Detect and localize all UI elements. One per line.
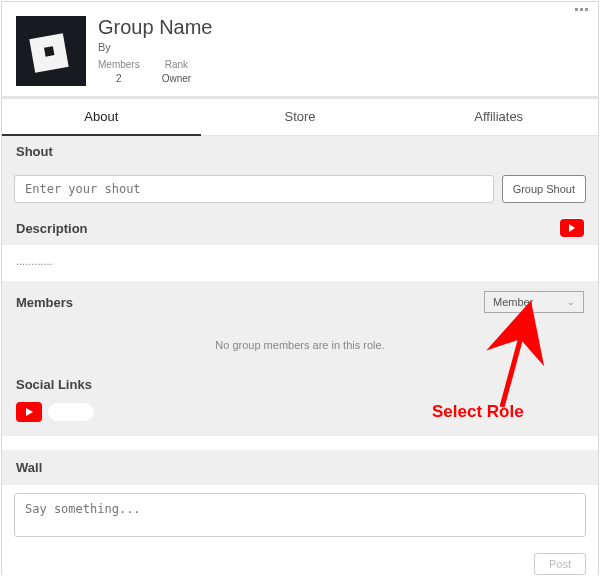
members-label: Members (98, 59, 140, 70)
tab-affiliates[interactable]: Affiliates (399, 99, 598, 135)
role-select-value: Member (493, 296, 533, 308)
rank-label: Rank (162, 59, 191, 70)
tab-store[interactable]: Store (201, 99, 400, 135)
social-links-section: Social Links (2, 371, 598, 436)
post-button[interactable]: Post (534, 553, 586, 575)
wall-title: Wall (16, 460, 584, 475)
members-title: Members (16, 295, 73, 310)
wall-input[interactable] (14, 493, 586, 537)
social-title: Social Links (16, 377, 584, 392)
group-stats: Members 2 Rank Owner (98, 59, 213, 84)
social-link-youtube[interactable] (16, 402, 94, 422)
group-title: Group Name (98, 16, 213, 39)
svg-rect-1 (44, 46, 54, 56)
shout-input[interactable] (14, 175, 494, 203)
members-empty-message: No group members are in this role. (2, 323, 598, 371)
shout-title: Shout (16, 144, 584, 159)
wall-section: Wall (2, 450, 598, 485)
youtube-icon[interactable] (560, 219, 584, 237)
shout-section: Shout (2, 136, 598, 167)
social-link-label (48, 403, 94, 421)
overflow-menu-icon[interactable] (575, 8, 588, 11)
members-header: Members Member ⌄ (2, 281, 598, 323)
description-title: Description (16, 221, 88, 236)
group-shout-button[interactable]: Group Shout (502, 175, 586, 203)
youtube-icon (16, 402, 42, 422)
group-logo (16, 16, 86, 86)
tab-about[interactable]: About (2, 99, 201, 136)
group-by-label: By (98, 41, 213, 53)
role-select-dropdown[interactable]: Member ⌄ (484, 291, 584, 313)
chevron-down-icon: ⌄ (567, 297, 575, 307)
tabs: About Store Affiliates (2, 99, 598, 136)
group-header: Group Name By Members 2 Rank Owner (2, 2, 598, 99)
members-value: 2 (98, 73, 140, 84)
rank-value: Owner (162, 73, 191, 84)
description-header: Description (2, 211, 598, 245)
description-content: ............ (2, 245, 598, 281)
